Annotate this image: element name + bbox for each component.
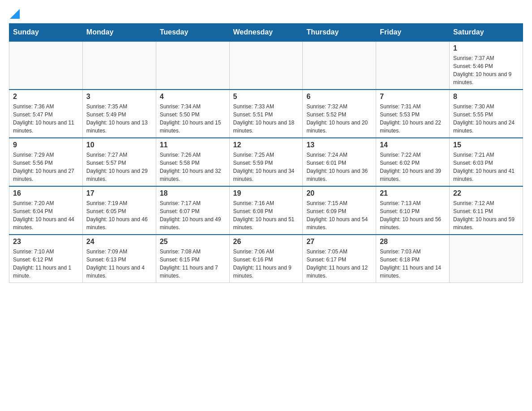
calendar-week-row: 1Sunrise: 7:37 AM Sunset: 5:46 PM Daylig… bbox=[9, 41, 523, 90]
day-number: 9 bbox=[13, 141, 79, 149]
day-number: 28 bbox=[380, 238, 446, 246]
calendar-cell bbox=[376, 41, 450, 90]
calendar-cell: 27Sunrise: 7:05 AM Sunset: 6:17 PM Dayli… bbox=[303, 235, 376, 283]
logo bbox=[9, 9, 20, 19]
calendar-cell: 18Sunrise: 7:17 AM Sunset: 6:07 PM Dayli… bbox=[156, 186, 229, 235]
calendar-cell bbox=[82, 41, 156, 90]
day-number: 11 bbox=[160, 141, 226, 149]
day-number: 22 bbox=[453, 189, 519, 197]
day-number: 25 bbox=[160, 238, 226, 246]
calendar-cell: 19Sunrise: 7:16 AM Sunset: 6:08 PM Dayli… bbox=[229, 186, 303, 235]
day-number: 3 bbox=[86, 93, 152, 101]
day-number: 16 bbox=[13, 189, 79, 197]
calendar-cell: 1Sunrise: 7:37 AM Sunset: 5:46 PM Daylig… bbox=[450, 41, 523, 90]
day-number: 6 bbox=[306, 93, 372, 101]
calendar-cell: 14Sunrise: 7:22 AM Sunset: 6:02 PM Dayli… bbox=[376, 138, 450, 186]
day-info: Sunrise: 7:21 AM Sunset: 6:03 PM Dayligh… bbox=[453, 151, 519, 183]
day-info: Sunrise: 7:13 AM Sunset: 6:10 PM Dayligh… bbox=[380, 199, 446, 231]
day-info: Sunrise: 7:24 AM Sunset: 6:01 PM Dayligh… bbox=[306, 151, 372, 183]
day-number: 27 bbox=[306, 238, 372, 246]
day-number: 13 bbox=[306, 141, 372, 149]
day-info: Sunrise: 7:03 AM Sunset: 6:18 PM Dayligh… bbox=[380, 248, 446, 280]
calendar-cell: 22Sunrise: 7:12 AM Sunset: 6:11 PM Dayli… bbox=[450, 186, 523, 235]
calendar-cell: 3Sunrise: 7:35 AM Sunset: 5:49 PM Daylig… bbox=[82, 90, 156, 138]
day-info: Sunrise: 7:15 AM Sunset: 6:09 PM Dayligh… bbox=[306, 199, 372, 231]
day-info: Sunrise: 7:19 AM Sunset: 6:05 PM Dayligh… bbox=[86, 199, 152, 231]
calendar-cell bbox=[156, 41, 229, 90]
day-number: 5 bbox=[233, 93, 299, 101]
calendar-cell: 5Sunrise: 7:33 AM Sunset: 5:51 PM Daylig… bbox=[229, 90, 303, 138]
day-info: Sunrise: 7:34 AM Sunset: 5:50 PM Dayligh… bbox=[160, 103, 226, 135]
day-info: Sunrise: 7:36 AM Sunset: 5:47 PM Dayligh… bbox=[13, 103, 79, 135]
calendar-cell: 9Sunrise: 7:29 AM Sunset: 5:56 PM Daylig… bbox=[9, 138, 83, 186]
day-info: Sunrise: 7:20 AM Sunset: 6:04 PM Dayligh… bbox=[13, 199, 79, 231]
day-number: 8 bbox=[453, 93, 519, 101]
calendar-cell: 10Sunrise: 7:27 AM Sunset: 5:57 PM Dayli… bbox=[82, 138, 156, 186]
day-number: 24 bbox=[86, 238, 152, 246]
day-info: Sunrise: 7:05 AM Sunset: 6:17 PM Dayligh… bbox=[306, 248, 372, 280]
calendar-week-row: 23Sunrise: 7:10 AM Sunset: 6:12 PM Dayli… bbox=[9, 235, 523, 283]
day-info: Sunrise: 7:25 AM Sunset: 5:59 PM Dayligh… bbox=[233, 151, 299, 183]
calendar-cell bbox=[303, 41, 376, 90]
day-number: 18 bbox=[160, 189, 226, 197]
day-number: 2 bbox=[13, 93, 79, 101]
day-number: 17 bbox=[86, 189, 152, 197]
calendar-cell: 13Sunrise: 7:24 AM Sunset: 6:01 PM Dayli… bbox=[303, 138, 376, 186]
calendar-cell: 26Sunrise: 7:06 AM Sunset: 6:16 PM Dayli… bbox=[229, 235, 303, 283]
calendar-cell: 12Sunrise: 7:25 AM Sunset: 5:59 PM Dayli… bbox=[229, 138, 303, 186]
calendar-cell: 17Sunrise: 7:19 AM Sunset: 6:05 PM Dayli… bbox=[82, 186, 156, 235]
column-header-monday: Monday bbox=[82, 24, 156, 42]
day-number: 4 bbox=[160, 93, 226, 101]
column-header-saturday: Saturday bbox=[450, 24, 523, 42]
day-number: 21 bbox=[380, 189, 446, 197]
column-header-sunday: Sunday bbox=[9, 24, 83, 42]
day-info: Sunrise: 7:10 AM Sunset: 6:12 PM Dayligh… bbox=[13, 248, 79, 280]
calendar-cell bbox=[450, 235, 523, 283]
calendar-table: SundayMondayTuesdayWednesdayThursdayFrid… bbox=[9, 23, 523, 283]
calendar-cell: 8Sunrise: 7:30 AM Sunset: 5:55 PM Daylig… bbox=[450, 90, 523, 138]
day-info: Sunrise: 7:29 AM Sunset: 5:56 PM Dayligh… bbox=[13, 151, 79, 183]
day-number: 20 bbox=[306, 189, 372, 197]
day-number: 14 bbox=[380, 141, 446, 149]
day-info: Sunrise: 7:35 AM Sunset: 5:49 PM Dayligh… bbox=[86, 103, 152, 135]
day-info: Sunrise: 7:08 AM Sunset: 6:15 PM Dayligh… bbox=[160, 248, 226, 280]
day-info: Sunrise: 7:22 AM Sunset: 6:02 PM Dayligh… bbox=[380, 151, 446, 183]
day-info: Sunrise: 7:37 AM Sunset: 5:46 PM Dayligh… bbox=[453, 54, 519, 86]
calendar-cell: 11Sunrise: 7:26 AM Sunset: 5:58 PM Dayli… bbox=[156, 138, 229, 186]
column-header-tuesday: Tuesday bbox=[156, 24, 229, 42]
svg-marker-0 bbox=[10, 9, 20, 19]
calendar-cell: 23Sunrise: 7:10 AM Sunset: 6:12 PM Dayli… bbox=[9, 235, 83, 283]
day-info: Sunrise: 7:33 AM Sunset: 5:51 PM Dayligh… bbox=[233, 103, 299, 135]
day-info: Sunrise: 7:16 AM Sunset: 6:08 PM Dayligh… bbox=[233, 199, 299, 231]
day-info: Sunrise: 7:06 AM Sunset: 6:16 PM Dayligh… bbox=[233, 248, 299, 280]
logo-triangle-icon bbox=[10, 9, 20, 19]
calendar-cell bbox=[229, 41, 303, 90]
calendar-cell: 25Sunrise: 7:08 AM Sunset: 6:15 PM Dayli… bbox=[156, 235, 229, 283]
page-header bbox=[9, 9, 523, 19]
day-number: 10 bbox=[86, 141, 152, 149]
calendar-cell: 16Sunrise: 7:20 AM Sunset: 6:04 PM Dayli… bbox=[9, 186, 83, 235]
calendar-cell: 4Sunrise: 7:34 AM Sunset: 5:50 PM Daylig… bbox=[156, 90, 229, 138]
calendar-week-row: 9Sunrise: 7:29 AM Sunset: 5:56 PM Daylig… bbox=[9, 138, 523, 186]
calendar-cell: 20Sunrise: 7:15 AM Sunset: 6:09 PM Dayli… bbox=[303, 186, 376, 235]
column-header-wednesday: Wednesday bbox=[229, 24, 303, 42]
day-number: 1 bbox=[453, 44, 519, 52]
day-number: 15 bbox=[453, 141, 519, 149]
day-info: Sunrise: 7:30 AM Sunset: 5:55 PM Dayligh… bbox=[453, 103, 519, 135]
calendar-cell: 21Sunrise: 7:13 AM Sunset: 6:10 PM Dayli… bbox=[376, 186, 450, 235]
column-header-thursday: Thursday bbox=[303, 24, 376, 42]
calendar-cell bbox=[9, 41, 83, 90]
calendar-cell: 2Sunrise: 7:36 AM Sunset: 5:47 PM Daylig… bbox=[9, 90, 83, 138]
day-info: Sunrise: 7:09 AM Sunset: 6:13 PM Dayligh… bbox=[86, 248, 152, 280]
day-info: Sunrise: 7:32 AM Sunset: 5:52 PM Dayligh… bbox=[306, 103, 372, 135]
calendar-cell: 24Sunrise: 7:09 AM Sunset: 6:13 PM Dayli… bbox=[82, 235, 156, 283]
day-number: 7 bbox=[380, 93, 446, 101]
day-info: Sunrise: 7:27 AM Sunset: 5:57 PM Dayligh… bbox=[86, 151, 152, 183]
calendar-cell: 15Sunrise: 7:21 AM Sunset: 6:03 PM Dayli… bbox=[450, 138, 523, 186]
calendar-cell: 6Sunrise: 7:32 AM Sunset: 5:52 PM Daylig… bbox=[303, 90, 376, 138]
day-number: 23 bbox=[13, 238, 79, 246]
calendar-cell: 28Sunrise: 7:03 AM Sunset: 6:18 PM Dayli… bbox=[376, 235, 450, 283]
calendar-week-row: 2Sunrise: 7:36 AM Sunset: 5:47 PM Daylig… bbox=[9, 90, 523, 138]
column-header-friday: Friday bbox=[376, 24, 450, 42]
calendar-header-row: SundayMondayTuesdayWednesdayThursdayFrid… bbox=[9, 24, 523, 42]
